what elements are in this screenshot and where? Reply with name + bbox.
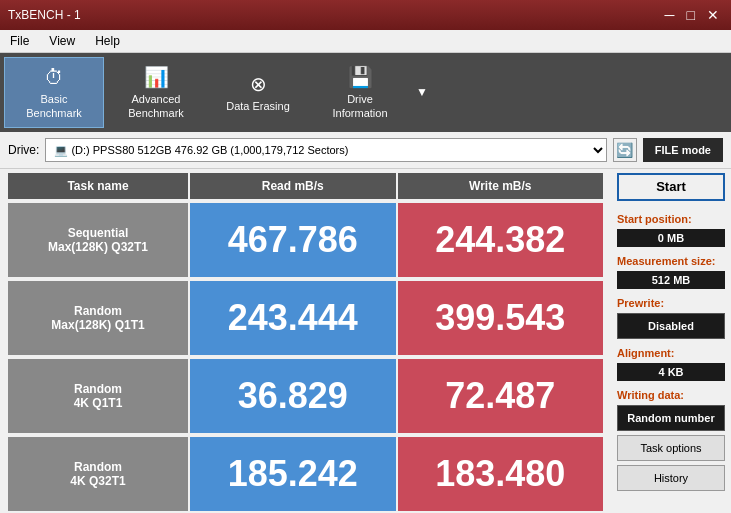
toolbar-basic-benchmark[interactable]: ⏱ BasicBenchmark xyxy=(4,57,104,128)
advanced-benchmark-icon: 📊 xyxy=(144,64,169,90)
maximize-button[interactable]: □ xyxy=(683,7,699,23)
title-bar-title: TxBENCH - 1 xyxy=(8,8,81,22)
write-value-random-4k-q32: 183.480 xyxy=(398,437,604,511)
basic-benchmark-label: BasicBenchmark xyxy=(26,92,82,121)
drive-information-label: DriveInformation xyxy=(332,92,387,121)
file-mode-button[interactable]: FILE mode xyxy=(643,138,723,162)
toolbar-dropdown[interactable]: ▼ xyxy=(412,57,432,128)
minimize-button[interactable]: ─ xyxy=(661,7,679,23)
read-value-random-4k-q1: 36.829 xyxy=(190,359,396,433)
table-row: SequentialMax(128K) Q32T1 467.786 244.38… xyxy=(8,203,603,277)
toolbar-data-erasing[interactable]: ⊗ Data Erasing xyxy=(208,57,308,128)
refresh-icon: 🔄 xyxy=(616,142,633,158)
sidebar: Start Start position: 0 MB Measurement s… xyxy=(611,169,731,513)
writing-data-label: Writing data: xyxy=(617,389,725,401)
drive-bar: Drive: 💻 (D:) PPSS80 512GB 476.92 GB (1,… xyxy=(0,132,731,169)
menu-bar: File View Help xyxy=(0,30,731,53)
drive-label: Drive: xyxy=(8,143,39,157)
start-position-label: Start position: xyxy=(617,213,725,225)
benchmark-table: Task name Read mB/s Write mB/s Sequentia… xyxy=(0,169,611,513)
writing-data-btn[interactable]: Random number xyxy=(617,405,725,431)
drive-select[interactable]: 💻 (D:) PPSS80 512GB 476.92 GB (1,000,179… xyxy=(45,138,606,162)
prewrite-value-btn[interactable]: Disabled xyxy=(617,313,725,339)
col-header-task: Task name xyxy=(8,173,188,199)
table-row: Random4K Q32T1 185.242 183.480 xyxy=(8,437,603,511)
table-row: Random4K Q1T1 36.829 72.487 xyxy=(8,359,603,433)
start-position-value: 0 MB xyxy=(617,229,725,247)
row-label-random-max: RandomMax(128K) Q1T1 xyxy=(8,281,188,355)
prewrite-label: Prewrite: xyxy=(617,297,725,309)
basic-benchmark-icon: ⏱ xyxy=(44,64,64,90)
measurement-size-value: 512 MB xyxy=(617,271,725,289)
col-header-read: Read mB/s xyxy=(190,173,396,199)
task-options-button[interactable]: Task options xyxy=(617,435,725,461)
col-header-write: Write mB/s xyxy=(398,173,604,199)
alignment-value: 4 KB xyxy=(617,363,725,381)
toolbar-advanced-benchmark[interactable]: 📊 AdvancedBenchmark xyxy=(106,57,206,128)
table-header: Task name Read mB/s Write mB/s xyxy=(8,173,603,199)
title-bar-controls: ─ □ ✕ xyxy=(661,7,723,23)
write-value-random-4k-q1: 72.487 xyxy=(398,359,604,433)
start-button[interactable]: Start xyxy=(617,173,725,201)
menu-view[interactable]: View xyxy=(43,32,81,50)
toolbar: ⏱ BasicBenchmark 📊 AdvancedBenchmark ⊗ D… xyxy=(0,53,731,132)
dropdown-arrow-icon: ▼ xyxy=(416,85,428,99)
read-value-random-4k-q32: 185.242 xyxy=(190,437,396,511)
row-label-random-4k-q1: Random4K Q1T1 xyxy=(8,359,188,433)
row-label-sequential: SequentialMax(128K) Q32T1 xyxy=(8,203,188,277)
alignment-label: Alignment: xyxy=(617,347,725,359)
data-erasing-label: Data Erasing xyxy=(226,99,290,113)
read-value-sequential: 467.786 xyxy=(190,203,396,277)
menu-help[interactable]: Help xyxy=(89,32,126,50)
write-value-sequential: 244.382 xyxy=(398,203,604,277)
menu-file[interactable]: File xyxy=(4,32,35,50)
advanced-benchmark-label: AdvancedBenchmark xyxy=(128,92,184,121)
drive-information-icon: 💾 xyxy=(348,64,373,90)
row-label-random-4k-q32: Random4K Q32T1 xyxy=(8,437,188,511)
read-value-random-max: 243.444 xyxy=(190,281,396,355)
data-erasing-icon: ⊗ xyxy=(250,71,267,97)
toolbar-drive-information[interactable]: 💾 DriveInformation xyxy=(310,57,410,128)
measurement-size-label: Measurement size: xyxy=(617,255,725,267)
title-bar: TxBENCH - 1 ─ □ ✕ xyxy=(0,0,731,30)
history-button[interactable]: History xyxy=(617,465,725,491)
main-area: Task name Read mB/s Write mB/s Sequentia… xyxy=(0,169,731,513)
drive-refresh-button[interactable]: 🔄 xyxy=(613,138,637,162)
table-row: RandomMax(128K) Q1T1 243.444 399.543 xyxy=(8,281,603,355)
write-value-random-max: 399.543 xyxy=(398,281,604,355)
close-button[interactable]: ✕ xyxy=(703,7,723,23)
